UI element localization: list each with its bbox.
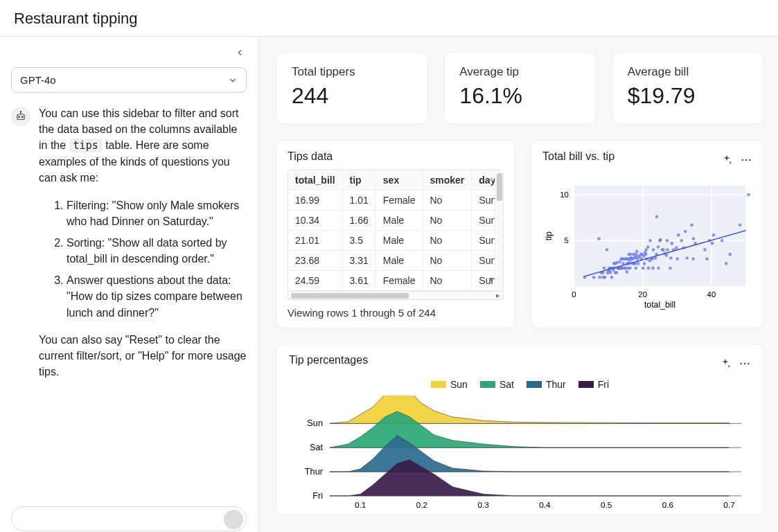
table-cell: 3.5	[342, 231, 375, 251]
svg-point-22	[598, 276, 601, 279]
svg-point-2	[21, 116, 23, 118]
table-cell: 23.68	[288, 251, 342, 271]
scatter-card: Total bill vs. tip 02040510total_billtip	[531, 140, 764, 328]
card-title: Total bill vs. tip	[542, 150, 615, 163]
sparkles-icon[interactable]	[720, 154, 733, 166]
chat-input[interactable]	[11, 506, 247, 531]
more-menu-icon[interactable]	[739, 357, 751, 370]
svg-point-135	[711, 242, 714, 245]
more-menu-icon[interactable]	[740, 154, 752, 166]
scatter-plot[interactable]: 02040510total_billtip	[542, 175, 752, 314]
svg-text:0: 0	[572, 290, 576, 299]
page-title: Restaurant tipping	[0, 0, 778, 36]
card-title: Tip percentages	[289, 354, 368, 366]
model-select-label: GPT-4o	[20, 74, 56, 86]
svg-text:Sat: Sat	[310, 442, 324, 452]
scroll-down-icon[interactable]: ▾	[489, 274, 493, 284]
svg-text:total_bill: total_bill	[644, 300, 675, 310]
chat-example-item: Answer questions about the data: "How do…	[67, 272, 247, 321]
svg-point-121	[675, 247, 678, 250]
svg-point-84	[637, 262, 640, 265]
table-header[interactable]: tip	[342, 170, 375, 190]
svg-point-103	[652, 248, 655, 251]
legend-item[interactable]: Sat	[480, 379, 514, 390]
metric-avg-bill: Average bill $19.79	[612, 52, 764, 125]
svg-point-102	[651, 267, 655, 270]
ridgeline-plot[interactable]: SunSatThurFri0.10.20.30.40.50.60.7	[289, 396, 751, 512]
table-cell: Male	[375, 251, 423, 271]
svg-point-124	[680, 239, 683, 242]
legend-item[interactable]: Thur	[527, 379, 566, 390]
svg-point-6	[745, 159, 748, 161]
ridgeline-card: Tip percentages SunSatThurFri SunSatThur…	[276, 344, 764, 515]
svg-point-107	[657, 245, 660, 249]
table-row[interactable]: 21.013.5MaleNoSunDi	[288, 231, 504, 251]
metric-label: Total tippers	[292, 65, 412, 79]
svg-point-119	[670, 242, 673, 245]
chat-intro-text: You can use this sidebar to filter and s…	[39, 105, 247, 186]
svg-point-93	[644, 253, 648, 256]
table-cell: 1.66	[342, 211, 375, 231]
svg-point-79	[634, 267, 637, 270]
table-cell: Male	[375, 231, 423, 251]
tips-table[interactable]: total_billtipsexsmokerdaytim16.991.01Fem…	[288, 170, 504, 292]
svg-text:0.1: 0.1	[355, 500, 366, 509]
table-cell: 10.34	[288, 211, 342, 231]
svg-point-48	[618, 260, 621, 263]
table-header[interactable]: smoker	[423, 170, 472, 190]
scroll-right-icon[interactable]: ▸	[496, 291, 500, 300]
sparkles-icon[interactable]	[719, 357, 732, 370]
ridgeline-legend: SunSatThurFri	[289, 379, 751, 390]
collapse-sidebar-button[interactable]	[232, 45, 247, 60]
svg-point-112	[662, 248, 665, 251]
svg-point-123	[677, 233, 680, 237]
svg-point-136	[712, 233, 716, 237]
svg-point-20	[592, 276, 596, 279]
table-cell: 24.59	[288, 271, 342, 291]
table-cell: Female	[375, 271, 423, 291]
scroll-up-icon[interactable]: ▴	[489, 173, 493, 183]
svg-point-140	[739, 223, 742, 227]
svg-point-130	[692, 237, 696, 240]
svg-point-126	[684, 230, 687, 233]
svg-point-35	[610, 276, 614, 279]
table-cell: No	[423, 271, 472, 291]
table-row[interactable]: 23.683.31MaleNoSunDi	[288, 251, 504, 271]
svg-point-5	[741, 159, 743, 161]
vertical-scrollbar[interactable]	[495, 170, 503, 291]
svg-point-89	[642, 267, 645, 270]
table-header[interactable]: sex	[375, 170, 423, 190]
chat-footer-text: You can also say "Reset" to clear the cu…	[39, 332, 247, 380]
svg-point-26	[603, 267, 606, 270]
svg-point-42	[615, 271, 619, 274]
svg-text:0.6: 0.6	[662, 500, 674, 509]
chat-examples-list: Filtering: "Show only Male smokers who h…	[39, 197, 247, 321]
table-row[interactable]: 24.593.61FemaleNoSunDi	[288, 271, 504, 291]
svg-point-122	[675, 257, 679, 260]
legend-item[interactable]: Fri	[578, 379, 609, 390]
svg-point-91	[643, 262, 646, 265]
svg-point-94	[644, 248, 648, 251]
legend-item[interactable]: Sun	[431, 379, 468, 390]
svg-text:5: 5	[565, 236, 569, 245]
horizontal-scrollbar[interactable]: ◂ ▸	[288, 292, 504, 300]
table-cell: No	[423, 211, 472, 231]
metric-avg-tip: Average tip 16.1%	[443, 52, 596, 125]
table-row[interactable]: 16.991.01FemaleNoSunDi	[288, 190, 504, 211]
table-row[interactable]: 10.341.66MaleNoSunDi	[288, 211, 504, 231]
svg-point-116	[666, 248, 669, 251]
svg-point-127	[685, 256, 689, 260]
svg-rect-8	[574, 186, 745, 287]
send-button[interactable]	[224, 510, 243, 529]
table-cell: Female	[375, 190, 423, 211]
svg-point-128	[690, 223, 693, 227]
chat-example-item: Filtering: "Show only Male smokers who h…	[67, 197, 247, 229]
svg-point-99	[648, 239, 652, 242]
svg-point-108	[657, 267, 660, 270]
metric-value: 244	[292, 83, 412, 109]
table-header[interactable]: total_bill	[288, 170, 342, 190]
metric-label: Average tip	[459, 65, 580, 79]
svg-point-28	[605, 248, 609, 251]
table-cell: Male	[375, 211, 423, 231]
model-select[interactable]: GPT-4o	[11, 67, 247, 93]
